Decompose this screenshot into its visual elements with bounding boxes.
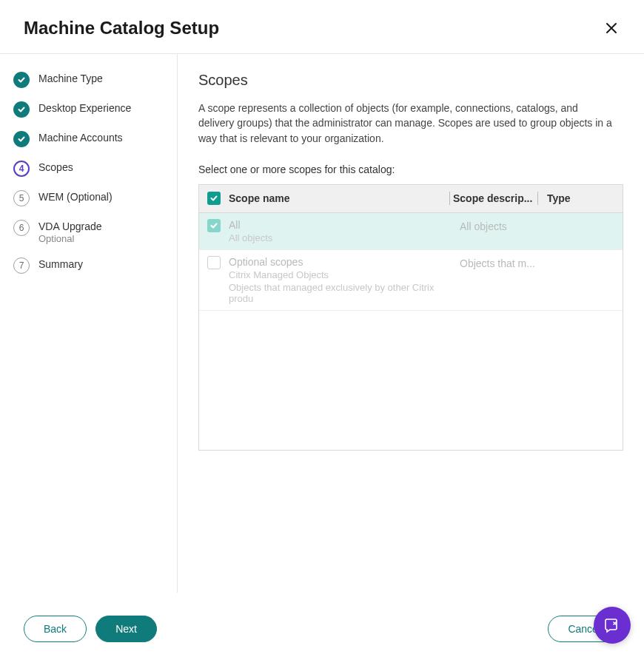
step-vda-upgrade[interactable]: 6 VDA Upgrade Optional [13,220,162,244]
step-summary[interactable]: 7 Summary [13,257,162,274]
table-row[interactable]: All All objects All objects [199,213,623,250]
back-button[interactable]: Back [24,616,87,642]
step-status-icon: 7 [13,257,30,274]
step-label: Desktop Experience [38,102,131,114]
check-icon [17,135,26,144]
step-status-icon [13,72,30,88]
step-label: Machine Type [38,73,103,84]
step-scopes[interactable]: 4 Scopes [13,161,162,177]
step-label: WEM (Optional) [38,191,113,203]
row-checkbox[interactable] [207,219,221,232]
step-status-icon [13,101,30,118]
wizard-title: Machine Catalog Setup [24,18,219,38]
step-label: Scopes [38,161,73,173]
col-header-desc[interactable]: Scope descrip... [453,192,534,204]
col-header-name[interactable]: Scope name [229,192,446,204]
page-title: Scopes [198,72,623,89]
step-status-icon: 5 [13,190,30,206]
step-label: Summary [38,258,83,270]
scope-subtext: Objects that managed exclusively by othe… [229,282,454,304]
help-fab[interactable] [594,607,631,644]
close-button[interactable] [603,19,620,37]
wizard-header: Machine Catalog Setup [0,0,644,54]
scope-name: All [229,219,454,231]
step-status-icon: 4 [13,161,30,177]
step-wem[interactable]: 5 WEM (Optional) [13,190,162,206]
check-icon [209,194,218,203]
step-label: Machine Accounts [38,132,123,144]
step-machine-type[interactable]: Machine Type [13,72,162,88]
col-header-type[interactable]: Type [541,192,623,204]
check-icon [209,221,218,230]
step-status-icon [13,131,30,147]
select-scopes-label: Select one or more scopes for this catal… [198,164,623,175]
next-button[interactable]: Next [95,616,157,642]
step-desktop-experience[interactable]: Desktop Experience [13,101,162,118]
page-description: A scope represents a collection of objec… [198,101,613,146]
step-machine-accounts[interactable]: Machine Accounts [13,131,162,147]
column-separator[interactable] [449,192,450,205]
column-separator[interactable] [537,192,538,205]
wizard-sidebar: Machine Type Desktop Experience Machine … [0,54,178,593]
step-status-icon: 6 [13,220,30,236]
select-all-checkbox[interactable] [207,192,221,205]
scope-description: All objects [460,219,541,232]
close-icon [604,21,619,36]
table-header: Scope name Scope descrip... Type [199,185,623,213]
wizard-main: Scopes A scope represents a collection o… [178,54,644,593]
check-icon [17,75,26,84]
wizard-footer: Back Next Cancel [0,601,644,657]
scope-name: Optional scopes [229,256,454,268]
wizard-body: Machine Type Desktop Experience Machine … [0,54,644,593]
step-sublabel: Optional [38,233,102,244]
scopes-table: Scope name Scope descrip... Type All All… [198,184,623,451]
step-label: VDA Upgrade [38,220,102,232]
help-icon [603,616,621,634]
check-icon [17,105,26,114]
scope-subtext: Citrix Managed Objects [229,269,454,280]
scope-subtext: All objects [229,232,454,243]
row-checkbox[interactable] [207,256,221,269]
scope-description: Objects that m... [460,256,541,269]
table-row[interactable]: Optional scopes Citrix Managed Objects O… [199,250,623,311]
